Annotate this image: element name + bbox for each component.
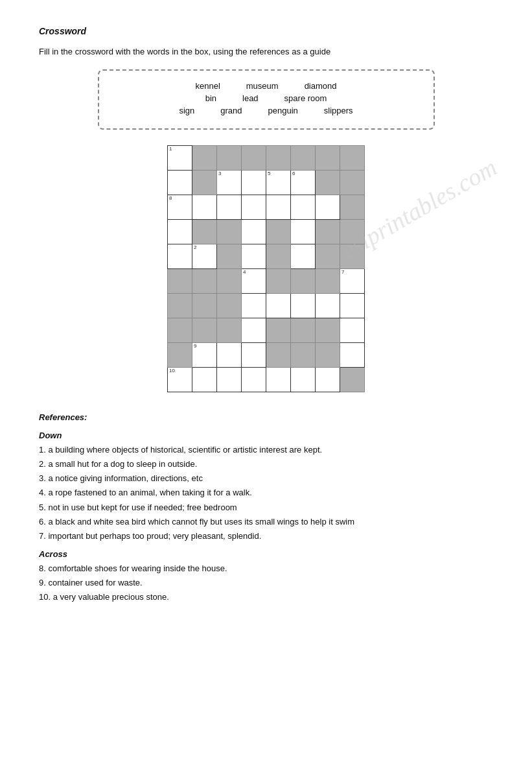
word-bin: bin (205, 93, 216, 103)
cell-4-4[interactable] (242, 220, 266, 244)
cell-9-5 (266, 343, 291, 368)
cell-3-6[interactable] (291, 195, 316, 220)
cell-1-6 (291, 146, 316, 171)
across-clue-10: 10. a very valuable precious stone. (39, 590, 493, 604)
cell-10-5[interactable] (266, 368, 291, 392)
cell-1-4 (242, 146, 266, 171)
word-slippers: slippers (324, 106, 353, 115)
cell-4-8 (340, 220, 365, 244)
cell-4-3 (217, 220, 242, 244)
cell-5-1[interactable] (168, 244, 192, 269)
cell-3-2[interactable] (192, 195, 217, 220)
cell-1-3 (217, 146, 242, 171)
cell-2-1[interactable] (168, 171, 192, 195)
down-clue-7: 7. important but perhaps too proud; very… (39, 529, 493, 543)
cell-5-4[interactable] (242, 244, 266, 269)
cell-8-1 (168, 318, 192, 343)
grid-row-7 (168, 294, 365, 318)
cell-1-1[interactable]: 1 (168, 146, 192, 171)
cell-1-2 (192, 146, 217, 171)
cell-5-7 (316, 244, 340, 269)
cell-5-6[interactable] (291, 244, 316, 269)
cell-10-6[interactable] (291, 368, 316, 392)
grid-row-4 (168, 220, 365, 244)
cell-4-1[interactable] (168, 220, 192, 244)
grid-row-8 (168, 318, 365, 343)
cell-2-6[interactable]: 6 (291, 171, 316, 195)
page-title: Crossword (39, 26, 493, 36)
word-grand: grand (220, 106, 242, 115)
word-box: kennel museum diamond bin lead spare roo… (98, 69, 435, 130)
grid-row-1: 1 (168, 146, 365, 171)
across-clue-8: 8. comfortable shoes for wearing inside … (39, 562, 493, 576)
grid-row-2: 3 5 6 (168, 171, 365, 195)
instructions-text: Fill in the crossword with the words in … (39, 47, 493, 56)
cell-2-3[interactable]: 3 (217, 171, 242, 195)
cell-3-7[interactable] (316, 195, 340, 220)
word-kennel: kennel (195, 81, 220, 91)
cell-3-5[interactable] (266, 195, 291, 220)
cell-4-7 (316, 220, 340, 244)
cell-4-6[interactable] (291, 220, 316, 244)
cell-5-2[interactable]: 2 (192, 244, 217, 269)
down-label: Down (39, 429, 493, 443)
word-museum: museum (246, 81, 279, 91)
grid-row-6: 4 7 (168, 269, 365, 294)
cell-6-2 (192, 269, 217, 294)
down-clue-6: 6. a black and white sea bird which cann… (39, 515, 493, 529)
cell-7-7[interactable] (316, 294, 340, 318)
cell-7-3 (217, 294, 242, 318)
cell-2-4[interactable] (242, 171, 266, 195)
cell-8-7 (316, 318, 340, 343)
grid-row-3: 8 (168, 195, 365, 220)
cell-6-4[interactable]: 4 (242, 269, 266, 294)
cell-7-4[interactable] (242, 294, 266, 318)
cell-6-3 (217, 269, 242, 294)
cell-10-3[interactable] (217, 368, 242, 392)
grid-row-10: 10 (168, 368, 365, 392)
cell-2-2 (192, 171, 217, 195)
cell-4-2 (192, 220, 217, 244)
cell-2-7 (316, 171, 340, 195)
down-clue-3: 3. a notice giving information, directio… (39, 471, 493, 486)
cell-9-1 (168, 343, 192, 368)
references-heading: References: (39, 410, 493, 425)
cell-7-8[interactable] (340, 294, 365, 318)
cell-9-2[interactable]: 9 (192, 343, 217, 368)
cell-8-6 (291, 318, 316, 343)
cell-6-8[interactable]: 7 (340, 269, 365, 294)
word-row-3: sign grand penguin slippers (119, 106, 414, 115)
cell-3-8 (340, 195, 365, 220)
cell-9-4[interactable] (242, 343, 266, 368)
references-section: References: Down 1. a building where obj… (39, 410, 493, 604)
cell-1-5 (266, 146, 291, 171)
cell-8-4[interactable] (242, 318, 266, 343)
cell-10-1[interactable]: 10 (168, 368, 192, 392)
crossword-table: 1 3 5 6 8 (167, 145, 365, 392)
cell-5-3 (217, 244, 242, 269)
word-row-2: bin lead spare room (119, 93, 414, 103)
across-label: Across (39, 547, 493, 562)
cell-3-4[interactable] (242, 195, 266, 220)
cell-9-6 (291, 343, 316, 368)
down-clue-4: 4. a rope fastened to an animal, when ta… (39, 486, 493, 500)
cell-7-1 (168, 294, 192, 318)
cell-10-2[interactable] (192, 368, 217, 392)
cell-5-8 (340, 244, 365, 269)
cell-9-3[interactable] (217, 343, 242, 368)
across-clue-9: 9. container used for waste. (39, 576, 493, 590)
cell-1-7 (316, 146, 340, 171)
cell-8-8[interactable] (340, 318, 365, 343)
cell-8-5 (266, 318, 291, 343)
word-lead: lead (242, 93, 259, 103)
cell-3-3[interactable] (217, 195, 242, 220)
word-spare-room: spare room (284, 93, 327, 103)
cell-10-4[interactable] (242, 368, 266, 392)
cell-7-6[interactable] (291, 294, 316, 318)
cell-6-5 (266, 269, 291, 294)
cell-7-5[interactable] (266, 294, 291, 318)
cell-2-5[interactable]: 5 (266, 171, 291, 195)
cell-10-7[interactable] (316, 368, 340, 392)
cell-3-1[interactable]: 8 (168, 195, 192, 220)
cell-9-8[interactable] (340, 343, 365, 368)
